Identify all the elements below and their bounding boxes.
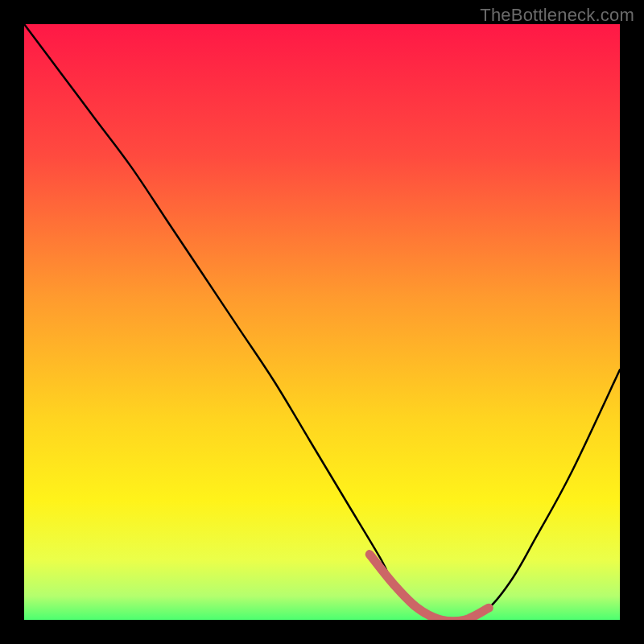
- plot-area: [24, 24, 620, 620]
- chart-frame: TheBottleneck.com: [0, 0, 644, 644]
- gradient-background: [24, 24, 620, 620]
- chart-svg: [24, 24, 620, 620]
- watermark-text: TheBottleneck.com: [480, 5, 634, 26]
